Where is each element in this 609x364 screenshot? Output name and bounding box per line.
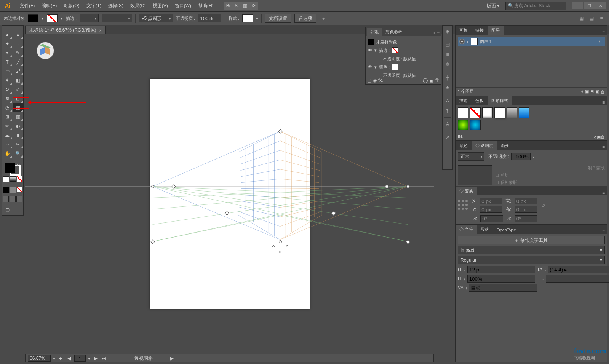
dock-color-icon[interactable]: ◉ [443, 27, 452, 35]
workspace-switcher[interactable]: 版面 ▾ [484, 1, 502, 11]
stroke-variable[interactable] [102, 14, 132, 22]
style-swatch[interactable] [470, 107, 481, 118]
arrange-icon[interactable]: ▥ [241, 2, 249, 10]
mesh-tool[interactable]: ⊞ [2, 112, 13, 121]
plane-left-icon[interactable] [40, 47, 45, 55]
direct-selection-tool[interactable]: ▲ [13, 30, 23, 39]
shaper-tool[interactable]: ✷ [2, 76, 13, 85]
minimize-button[interactable]: — [572, 2, 583, 9]
eraser-tool[interactable]: ◧ [13, 76, 23, 85]
opentype-tab[interactable]: OpenType [493, 226, 520, 234]
menu-object[interactable]: 对象(O) [61, 1, 82, 11]
color-mode-icon[interactable] [3, 187, 9, 193]
new-sublayer-icon[interactable]: ⊞ [590, 89, 594, 94]
none-mode-icon[interactable] [17, 187, 22, 192]
add-effect-icon[interactable]: fx. [378, 78, 383, 83]
toolbox-collapse-icon[interactable]: ⊪ [2, 26, 23, 30]
screen-mode-icon[interactable]: ▢ [2, 205, 13, 214]
font-size-input[interactable] [467, 266, 535, 273]
prev-artboard-icon[interactable]: ◀ [66, 355, 72, 361]
menu-effect[interactable]: 效果(C) [127, 1, 149, 11]
zoom-dropdown-icon[interactable]: ▾ [53, 356, 55, 361]
style-swatch[interactable] [242, 14, 253, 22]
delete-icon[interactable]: 🗑 [435, 78, 440, 83]
menu-type[interactable]: 文字(T) [83, 1, 104, 11]
zoom-tool[interactable]: 🔍 [13, 149, 23, 158]
add-fill-icon[interactable]: ◉ [373, 78, 377, 83]
magic-wand-tool[interactable]: ✦ [2, 39, 13, 48]
bridge-icon[interactable]: Br [224, 2, 233, 10]
dock-align-icon[interactable]: A [443, 120, 452, 128]
draw-normal-icon[interactable] [3, 196, 9, 202]
gradient-fill-icon[interactable] [10, 176, 16, 182]
maximize-button[interactable]: ☐ [584, 2, 595, 9]
symbol-sprayer-tool[interactable]: ☁ [2, 131, 13, 140]
duplicate-icon[interactable]: ▣ [429, 78, 433, 83]
swap-fill-stroke-icon[interactable]: ⇄ [17, 163, 20, 167]
panel-menu-icon[interactable]: ≡ [600, 100, 607, 105]
draw-inside-icon[interactable] [16, 196, 22, 202]
menu-file[interactable]: 文件(F) [17, 1, 38, 11]
artboard-tool[interactable]: ▱ [2, 140, 13, 149]
color-guide-tab[interactable]: 颜色参考 [382, 28, 405, 36]
clear-icon[interactable]: ◯ [423, 78, 428, 83]
swatches-tab[interactable]: 色板 [472, 96, 488, 105]
fill-stroke-control[interactable]: ⇄ [2, 161, 23, 184]
close-button[interactable]: ✕ [595, 2, 606, 9]
align2-icon[interactable]: ▤ [588, 14, 595, 22]
panel-menu-icon[interactable]: ≡ [437, 30, 440, 35]
first-artboard-icon[interactable]: ⏮ [58, 355, 64, 361]
column-graph-tool[interactable]: ▮ [13, 131, 23, 140]
panel-menu-icon[interactable]: ≡ [600, 29, 607, 35]
panel-menu-icon[interactable]: ≡ [600, 145, 607, 150]
font-family-dropdown[interactable]: Impact [458, 246, 605, 254]
style-swatch[interactable] [482, 107, 493, 118]
status-flyout-icon[interactable]: ▶ [170, 356, 174, 361]
grid-cell-handle[interactable] [279, 251, 281, 253]
clip-checkbox[interactable]: ☐剪切 [495, 172, 605, 178]
lib-break-icon[interactable]: ⊘ [593, 134, 597, 139]
eyedropper-tool[interactable]: ✑ [2, 121, 13, 131]
line-tool[interactable]: ╱ [13, 57, 23, 67]
menu-help[interactable]: 帮助(H) [195, 1, 217, 11]
curvature-tool[interactable]: ✎ [13, 48, 23, 57]
opacity-input[interactable] [198, 14, 221, 22]
blend-mode-dropdown[interactable]: 正常 [458, 152, 484, 161]
zoom-level[interactable]: 66.67% [28, 355, 51, 362]
search-input[interactable]: 🔍 搜索 Adobe Stock [505, 2, 566, 10]
y-input[interactable] [480, 206, 502, 213]
visibility-icon[interactable]: 👁 [368, 48, 372, 53]
transform-icon[interactable]: ⟐ [320, 14, 327, 22]
touch-type-button[interactable]: ⟐修饰文字工具 [458, 236, 605, 244]
slice-tool[interactable]: ✂ [13, 140, 23, 149]
rotate-tool[interactable]: ↻ [2, 85, 13, 94]
make-clip-icon[interactable]: ▣ [585, 89, 589, 94]
stock-icon[interactable]: St [233, 2, 241, 10]
style-swatch[interactable] [458, 107, 468, 118]
make-mask-button[interactable]: 制作蒙版 [495, 165, 605, 171]
panel-menu-icon[interactable]: ≡ [600, 228, 607, 234]
type-tool[interactable]: T [2, 57, 13, 67]
stroke-dropdown-icon[interactable]: ▾ [61, 16, 63, 21]
draw-behind-icon[interactable] [10, 196, 16, 202]
layer-row[interactable]: › 图层 1 [458, 37, 605, 46]
artboards-tab[interactable]: 画板 [456, 26, 472, 35]
w-input[interactable] [515, 198, 537, 204]
reference-point[interactable] [458, 200, 468, 211]
last-artboard-icon[interactable]: ⏭ [101, 355, 107, 361]
leading-input[interactable] [548, 266, 609, 273]
opacity-flyout-icon[interactable]: › [533, 154, 534, 159]
stroke-tab[interactable]: 描边 [456, 96, 472, 105]
dock-export-icon[interactable]: ↗ [443, 133, 452, 142]
panel-menu-icon[interactable]: ≡ [600, 190, 607, 195]
dock-gradient-icon[interactable]: ♣ [443, 83, 452, 92]
style-dropdown-icon[interactable]: ▾ [256, 16, 258, 21]
menu-edit[interactable]: 编辑(E) [38, 1, 60, 11]
vscale-input[interactable] [467, 275, 535, 283]
gradient-tool[interactable]: ▥ [13, 112, 23, 121]
menu-view[interactable]: 视图(V) [150, 1, 171, 11]
transform-tab[interactable]: ◇ 变换 [456, 187, 477, 195]
width-tool[interactable]: ≋ [2, 94, 13, 103]
pen-tool[interactable]: ✒ [2, 48, 13, 57]
layer-visibility-icon[interactable] [459, 39, 465, 44]
